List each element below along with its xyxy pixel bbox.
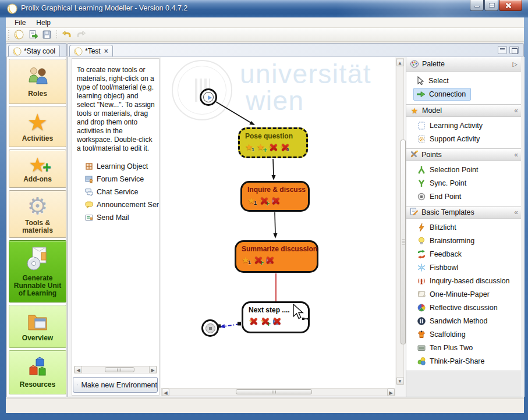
menu-help[interactable]: Help xyxy=(31,18,56,27)
palette-section-points[interactable]: Points « xyxy=(406,148,521,161)
removed-role-count-badge: ★1 xyxy=(280,143,289,152)
node-summarize-discussion[interactable]: Summarize discussion ★1 ★+ xyxy=(235,240,318,273)
palette-section-model[interactable]: ★ Model « xyxy=(406,104,521,117)
scroll-icon xyxy=(417,290,426,299)
add-tool-badge: ★+ xyxy=(257,143,266,152)
pin-icon[interactable]: « xyxy=(514,106,518,115)
section-title: Points xyxy=(421,151,442,159)
scroll-thumb[interactable] xyxy=(105,367,134,372)
palette-item-ten-plus-two[interactable]: Ten Plus Two xyxy=(406,341,521,354)
materials-hscrollbar[interactable]: ◀ ▶ xyxy=(74,366,157,373)
canvas-hscrollbar[interactable]: ◀ ▶ xyxy=(161,388,395,396)
scroll-thumb[interactable] xyxy=(236,389,312,394)
palette-item-sandwich-method[interactable]: Sandwich Method xyxy=(406,314,521,328)
tool-forum-service[interactable]: Forum Service xyxy=(72,173,159,186)
open-button[interactable] xyxy=(26,29,40,41)
end-point-node[interactable] xyxy=(201,319,219,337)
palette-item-end-point[interactable]: End Point xyxy=(406,190,521,203)
pin-icon[interactable]: « xyxy=(514,151,518,159)
palette-item-selection-point[interactable]: Selection Point xyxy=(406,163,521,176)
palette-section-basic-templates[interactable]: Basic Templates « xyxy=(406,206,521,219)
menu-bar: File Help xyxy=(6,17,524,28)
make-new-environment-button[interactable]: Make new Environment xyxy=(73,377,158,393)
sidebar-label: Roles xyxy=(27,90,48,98)
tool-chat-service[interactable]: Chat Service xyxy=(72,186,159,198)
node-pose-question[interactable]: Pose question ★1 ★+ ★ ★1 xyxy=(238,127,308,158)
tool-learning-object[interactable]: Learning Object xyxy=(72,160,159,173)
sidebar-button-resources[interactable]: Resources xyxy=(9,350,66,394)
vest-icon xyxy=(417,330,426,339)
scroll-up-icon[interactable]: ▲ xyxy=(396,59,404,66)
palette-tool-select[interactable]: Select xyxy=(406,74,521,87)
scroll-right-icon[interactable]: ▶ xyxy=(387,389,395,396)
title-bar[interactable]: Prolix Graphical Learning Modeller - Ver… xyxy=(0,0,528,17)
mail-icon xyxy=(84,213,94,222)
scroll-left-icon[interactable]: ◀ xyxy=(162,389,169,396)
palette-collapse-icon[interactable]: ▷ xyxy=(513,60,518,68)
model-tab-icon xyxy=(13,47,22,56)
play-icon xyxy=(208,95,212,100)
view-minimize-button[interactable] xyxy=(498,46,507,54)
palette-item-learning-activity[interactable]: Learning Activity xyxy=(406,119,521,132)
pin-icon[interactable]: « xyxy=(514,208,518,216)
view-maximize-button[interactable] xyxy=(509,46,519,54)
sidebar-button-activities[interactable]: ★ Activities xyxy=(9,106,66,147)
cubes-icon xyxy=(26,357,49,380)
scroll-down-icon[interactable]: ▼ xyxy=(396,377,404,385)
forum-icon xyxy=(84,175,94,184)
palette-item-label: Think-Pair-Share xyxy=(430,357,484,365)
node-inquire-discuss[interactable]: Inquire & discuss ★1 ★+ xyxy=(240,181,310,212)
sidebar-button-overview[interactable]: Overview xyxy=(9,305,66,348)
palette-item-fishbowl[interactable]: Fishbowl xyxy=(406,261,521,274)
scroll-right-icon[interactable]: ▶ xyxy=(149,366,157,373)
minimize-button[interactable] xyxy=(470,0,484,11)
palette-item-scaffolding[interactable]: Scaffolding xyxy=(406,328,521,341)
sidebar-button-tools-materials[interactable]: ⚙ Tools & materials xyxy=(9,190,66,238)
palette-item-sync-point[interactable]: Sync. Point xyxy=(406,176,521,190)
palette-header[interactable]: Palette ▷ xyxy=(406,57,521,72)
palette-item-inquiry-based-discussion[interactable]: Inquiry-based discussion xyxy=(406,274,521,287)
undo-button[interactable] xyxy=(60,29,74,41)
tool-announcement-service[interactable]: Announcement Service xyxy=(72,198,159,211)
menu-file[interactable]: File xyxy=(9,18,31,27)
role-count-badge: ★1 xyxy=(245,143,254,152)
maximize-button[interactable] xyxy=(484,0,498,11)
start-point-node[interactable] xyxy=(200,88,217,106)
gear-icon: ⚙ xyxy=(27,194,48,218)
palette-item-reflective-discussion[interactable]: Reflective discussion xyxy=(406,301,521,314)
save-button[interactable] xyxy=(40,29,54,41)
lightning-icon xyxy=(417,223,426,232)
diagram-canvas[interactable]: universität wien xyxy=(161,57,395,388)
scroll-thumb[interactable] xyxy=(401,140,406,344)
palette-item-one-minute-paper[interactable]: One-Minute-Paper xyxy=(406,287,521,301)
close-button[interactable] xyxy=(499,0,522,11)
removed-tool-badge xyxy=(265,256,274,265)
tab-label: *Stay cool xyxy=(24,47,55,55)
canvas-vscrollbar[interactable]: ▲ ▼ xyxy=(396,58,404,385)
sidebar-button-generate[interactable]: Generate Runnable Unit of Learning xyxy=(9,240,66,302)
section-title: Model xyxy=(422,106,442,115)
new-model-button[interactable] xyxy=(12,29,26,41)
redo-icon xyxy=(76,30,86,40)
tool-label: Learning Object xyxy=(97,162,148,170)
palette-item-label: Reflective discussion xyxy=(430,304,498,312)
sidebar-button-add-ons[interactable]: ★ + Add-ons xyxy=(9,150,66,188)
palette-item-feedback[interactable]: Feedback xyxy=(406,247,521,261)
tab-stay-cool[interactable]: *Stay cool xyxy=(8,45,60,57)
tab-test[interactable]: *Test × xyxy=(69,45,113,57)
chat-icon xyxy=(84,187,94,197)
palette-item-blitzlicht[interactable]: Blitzlicht xyxy=(406,220,521,234)
sidebar-button-roles[interactable]: Roles xyxy=(9,59,66,104)
palette-item-brainstorming[interactable]: Brainstorming xyxy=(406,234,521,247)
palette-item-support-activity[interactable]: Support Activity xyxy=(406,132,521,145)
palette-item-label: End Point xyxy=(430,193,461,201)
redo-button[interactable] xyxy=(74,29,88,41)
palette-item-think-pair-share[interactable]: Think-Pair-Share xyxy=(406,354,521,368)
palette-item-label: Feedback xyxy=(430,250,462,258)
tab-close-icon[interactable]: × xyxy=(104,47,108,55)
window-title: Prolix Graphical Learning Modeller - Ver… xyxy=(21,4,187,12)
tool-send-mail[interactable]: Send Mail xyxy=(72,211,159,224)
palette-item-label: Fishbowl xyxy=(430,264,458,272)
scroll-left-icon[interactable]: ◀ xyxy=(75,366,82,373)
palette-tool-connection[interactable]: Connection xyxy=(406,87,521,101)
